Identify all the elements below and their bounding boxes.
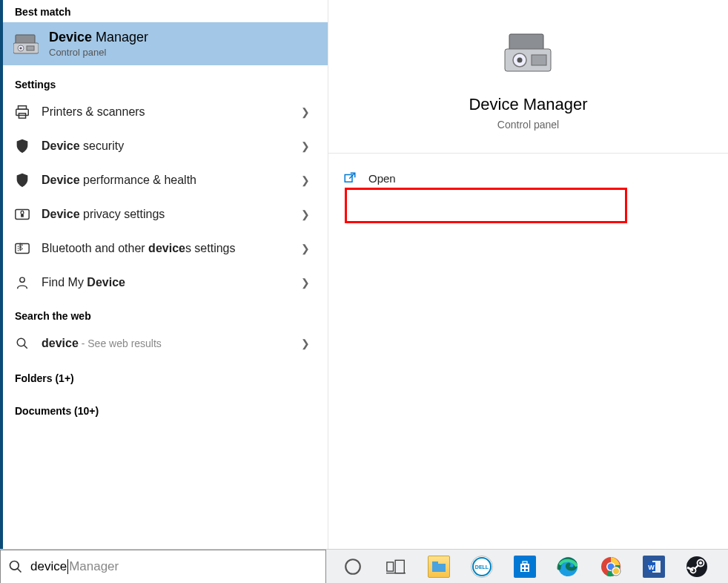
svg-point-24 bbox=[10, 561, 19, 570]
search-icon bbox=[13, 335, 31, 352]
svg-line-16 bbox=[24, 345, 27, 349]
svg-point-14 bbox=[20, 277, 24, 282]
chrome-icon[interactable] bbox=[596, 552, 626, 582]
svg-rect-31 bbox=[432, 561, 438, 564]
privacy-icon bbox=[13, 205, 31, 223]
chevron-right-icon: ❯ bbox=[301, 106, 310, 118]
svg-point-13 bbox=[18, 250, 19, 251]
svg-point-26 bbox=[345, 559, 360, 574]
svg-rect-34 bbox=[520, 564, 529, 572]
printer-icon bbox=[13, 103, 31, 121]
svg-text:DELL: DELL bbox=[475, 564, 489, 570]
svg-rect-9 bbox=[21, 214, 24, 217]
section-best-match: Best match bbox=[3, 0, 328, 22]
svg-rect-4 bbox=[27, 46, 34, 50]
msstore-icon[interactable] bbox=[510, 552, 540, 582]
search-results-panel: Best match Device Manager Control panel … bbox=[0, 0, 328, 549]
svg-line-25 bbox=[18, 568, 21, 572]
svg-point-11 bbox=[18, 246, 19, 247]
word-icon[interactable]: W bbox=[639, 552, 669, 582]
open-icon bbox=[343, 171, 357, 185]
bluetooth-icon bbox=[13, 240, 31, 257]
settings-item-0[interactable]: Printers & scanners❯ bbox=[3, 95, 328, 129]
detail-title: Device Manager bbox=[469, 95, 587, 114]
svg-rect-6 bbox=[16, 109, 29, 115]
svg-point-15 bbox=[17, 338, 25, 346]
taskview-icon[interactable] bbox=[381, 552, 411, 582]
svg-rect-28 bbox=[395, 560, 404, 573]
edge-icon[interactable] bbox=[553, 552, 583, 582]
settings-item-label: Bluetooth and other devices settings bbox=[42, 242, 301, 255]
device-manager-large-icon bbox=[502, 30, 555, 83]
action-open[interactable]: Open bbox=[328, 159, 728, 197]
web-result-device[interactable]: device - See web results ❯ bbox=[3, 326, 328, 360]
taskbar: device Manager DELLW bbox=[0, 549, 728, 583]
settings-item-1[interactable]: Device security❯ bbox=[3, 129, 328, 163]
svg-rect-17 bbox=[509, 34, 543, 50]
svg-rect-39 bbox=[526, 569, 528, 571]
svg-rect-0 bbox=[16, 35, 35, 44]
explorer-icon[interactable] bbox=[424, 552, 454, 582]
chevron-right-icon: ❯ bbox=[301, 174, 310, 186]
chevron-right-icon: ❯ bbox=[301, 277, 310, 289]
section-folders[interactable]: Folders (1+) bbox=[3, 366, 328, 389]
settings-item-label: Device performance & health bbox=[42, 174, 301, 187]
section-documents[interactable]: Documents (10+) bbox=[3, 399, 328, 421]
search-typed-text: device bbox=[30, 559, 67, 574]
svg-rect-1 bbox=[13, 43, 39, 53]
best-match-device-manager[interactable]: Device Manager Control panel bbox=[3, 22, 328, 65]
web-result-text: device - See web results bbox=[42, 337, 301, 350]
svg-rect-21 bbox=[532, 55, 546, 65]
settings-item-4[interactable]: Bluetooth and other devices settings❯ bbox=[3, 231, 328, 266]
dell-icon[interactable]: DELL bbox=[467, 552, 497, 582]
svg-text:W: W bbox=[648, 563, 655, 570]
svg-point-20 bbox=[517, 58, 522, 63]
section-search-web: Search the web bbox=[3, 304, 328, 326]
search-suggestion-ghost: Manager bbox=[69, 559, 119, 574]
svg-rect-35 bbox=[523, 561, 527, 564]
svg-rect-36 bbox=[522, 565, 524, 567]
chevron-right-icon: ❯ bbox=[301, 243, 310, 254]
svg-point-51 bbox=[699, 561, 702, 564]
chevron-right-icon: ❯ bbox=[301, 337, 310, 349]
settings-item-3[interactable]: Device privacy settings❯ bbox=[3, 197, 328, 231]
chevron-right-icon: ❯ bbox=[301, 208, 310, 220]
taskbar-search-box[interactable]: device Manager bbox=[0, 550, 326, 584]
search-icon bbox=[8, 559, 23, 574]
svg-rect-30 bbox=[432, 564, 446, 572]
action-open-label: Open bbox=[368, 172, 396, 185]
svg-point-45 bbox=[613, 568, 619, 574]
shield-icon bbox=[13, 137, 31, 155]
svg-rect-38 bbox=[522, 569, 524, 571]
settings-item-label: Device security bbox=[42, 139, 301, 153]
findmy-icon bbox=[13, 274, 31, 292]
shield-icon bbox=[13, 171, 31, 189]
best-match-title: Device Manager bbox=[49, 30, 148, 45]
device-manager-icon bbox=[13, 31, 39, 56]
settings-item-label: Printers & scanners bbox=[42, 105, 301, 119]
svg-point-3 bbox=[19, 47, 21, 49]
cortana-icon[interactable] bbox=[338, 552, 368, 582]
detail-panel: Device Manager Control panel Open bbox=[328, 0, 728, 549]
settings-item-2[interactable]: Device performance & health❯ bbox=[3, 163, 328, 197]
svg-point-12 bbox=[18, 248, 19, 248]
svg-rect-27 bbox=[387, 561, 394, 570]
detail-subtitle: Control panel bbox=[497, 119, 559, 131]
svg-rect-37 bbox=[526, 565, 528, 567]
chevron-right-icon: ❯ bbox=[301, 140, 310, 152]
best-match-subtitle: Control panel bbox=[49, 47, 148, 58]
text-cursor bbox=[67, 559, 68, 574]
settings-item-label: Find My Device bbox=[42, 276, 301, 289]
settings-item-5[interactable]: Find My Device❯ bbox=[3, 266, 328, 300]
section-settings: Settings bbox=[3, 73, 328, 95]
steam-icon[interactable] bbox=[682, 552, 712, 582]
svg-rect-22 bbox=[345, 175, 352, 182]
settings-item-label: Device privacy settings bbox=[42, 208, 301, 221]
